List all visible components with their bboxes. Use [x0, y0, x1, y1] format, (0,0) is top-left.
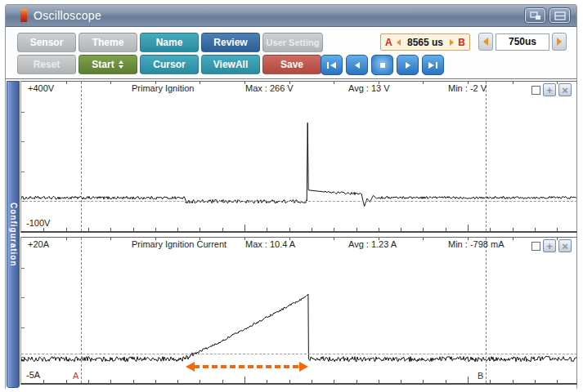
playback-controls — [321, 55, 444, 75]
stat-min: Min : -2 V — [448, 83, 487, 93]
reset-button[interactable]: Reset — [17, 55, 76, 74]
scope-area: Configuration +400V Primary Ignition Max… — [6, 78, 576, 390]
arrow-left-icon — [395, 38, 402, 47]
stat-min: Min : -798 mA — [448, 239, 504, 249]
app-icon — [20, 9, 27, 22]
channel-close-button[interactable]: × — [558, 239, 572, 252]
cursor-b-label: B — [458, 37, 465, 48]
stat-avg: Avg : 13 V — [348, 83, 390, 93]
cursor-a-label: A — [385, 37, 392, 48]
cursor-b-line[interactable] — [486, 238, 487, 383]
window-arrange-icon — [530, 11, 541, 20]
scale-top-label: +20A — [28, 239, 49, 249]
minimize-icon — [554, 11, 566, 20]
channel-title: Primary Ignition Current — [132, 239, 226, 249]
window-arrange-button[interactable] — [525, 8, 545, 23]
window-title: Oscilloscope — [34, 9, 101, 22]
channel-panel-primary-ignition-current: A B +20A Primary Ignition Current Max : … — [20, 237, 577, 385]
arrow-right-icon — [448, 38, 455, 47]
channel-controls: + × — [531, 83, 572, 96]
timebase-decrease-button[interactable] — [478, 33, 493, 51]
start-button[interactable]: Start — [78, 55, 137, 74]
triangle-right-icon — [555, 37, 563, 47]
toolbar-row-1: Sensor Theme Name Review User Setting — [17, 33, 323, 52]
waveform-primary-ignition — [21, 82, 577, 232]
channel-title: Primary Ignition — [132, 83, 194, 93]
triangle-left-icon — [482, 37, 490, 47]
step-back-icon — [352, 60, 362, 70]
ab-delta-value: 8565 us — [405, 37, 446, 48]
stop-icon — [378, 60, 388, 70]
save-button[interactable]: Save — [262, 55, 321, 74]
toolbar-row-2: Reset Start Cursor ViewAll Save — [17, 55, 321, 74]
cursor-a-tag: A — [73, 371, 78, 381]
channel-zoom-button[interactable]: + — [543, 83, 556, 96]
channel-visibility-checkbox[interactable] — [531, 86, 540, 95]
window-buttons — [525, 8, 576, 23]
playback-stop-button[interactable] — [371, 55, 393, 75]
channel-zoom-button[interactable]: + — [543, 239, 556, 252]
zero-reference-line — [21, 201, 577, 202]
skip-to-end-icon — [428, 60, 438, 70]
configuration-tab[interactable]: Configuration — [7, 81, 20, 388]
theme-button[interactable]: Theme — [78, 33, 137, 52]
playback-play-button[interactable] — [397, 55, 419, 75]
screen: Oscilloscope Sensor — [0, 0, 583, 392]
review-button[interactable]: Review — [201, 33, 260, 52]
scale-top-label: +400V — [28, 83, 54, 93]
titlebar: Oscilloscope — [6, 5, 576, 27]
window-minimize-button[interactable] — [549, 8, 570, 23]
viewall-button[interactable]: ViewAll — [201, 55, 260, 74]
skip-to-start-icon — [326, 60, 337, 70]
channel-controls: + × — [531, 239, 572, 252]
scale-bottom-label: -5A — [26, 370, 40, 380]
stat-avg: Avg : 1.23 A — [348, 239, 397, 249]
playback-prev-button[interactable] — [346, 55, 368, 75]
stat-max: Max : 10.4 A — [245, 239, 295, 249]
playback-first-button[interactable] — [321, 55, 343, 75]
timebase-value[interactable]: 750us — [496, 33, 549, 51]
cursor-b-line[interactable] — [486, 82, 487, 231]
spinner-up-down-icon — [118, 60, 124, 69]
oscilloscope-window: Oscilloscope Sensor — [5, 4, 577, 389]
name-button[interactable]: Name — [140, 33, 199, 52]
scale-bottom-label: -100V — [26, 218, 50, 228]
ab-cursor-readout: A 8565 us B — [380, 33, 470, 51]
channel-panel-primary-ignition: +400V Primary Ignition Max : 266 V Avg :… — [20, 81, 577, 233]
play-icon — [403, 60, 413, 70]
channel-visibility-checkbox[interactable] — [531, 242, 540, 251]
cursor-a-line[interactable] — [81, 82, 82, 231]
playback-last-button[interactable] — [422, 55, 444, 75]
zero-reference-line — [21, 354, 577, 354]
channel-close-button[interactable]: × — [558, 83, 572, 96]
cursor-a-line[interactable] — [81, 238, 82, 383]
start-button-label: Start — [92, 59, 114, 70]
timebase-increase-button[interactable] — [552, 33, 567, 51]
stat-max: Max : 266 V — [245, 83, 294, 93]
timebase-control: 750us — [478, 33, 567, 51]
sensor-button[interactable]: Sensor — [17, 33, 76, 52]
user-setting-button[interactable]: User Setting — [262, 33, 323, 52]
dwell-time-arrow — [194, 365, 300, 368]
toolbar: Sensor Theme Name Review User Setting Re… — [6, 27, 576, 78]
cursor-b-tag: B — [478, 371, 483, 381]
cursor-button[interactable]: Cursor — [140, 55, 199, 74]
